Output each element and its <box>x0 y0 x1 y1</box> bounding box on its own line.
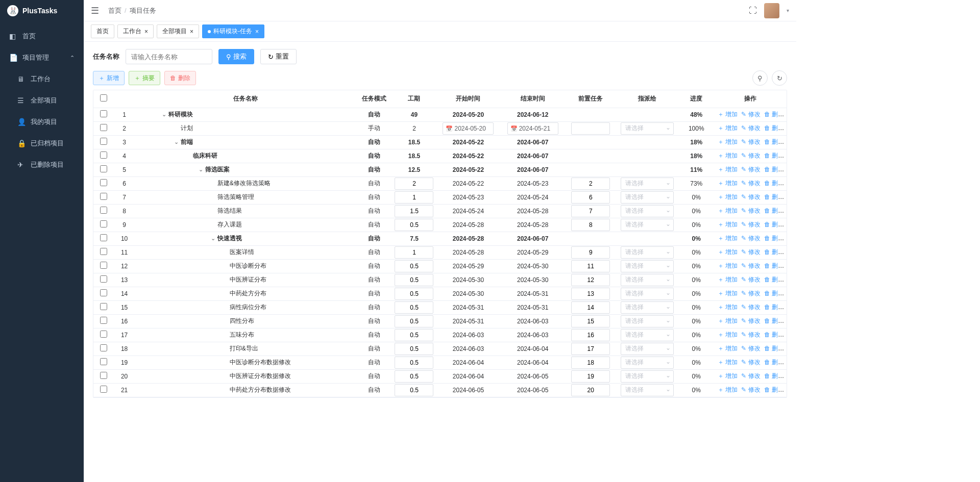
row-edit-button[interactable]: ✎ 修改 <box>741 180 760 187</box>
row-edit-button[interactable]: ✎ 修改 <box>741 248 760 256</box>
predecessor-input[interactable] <box>571 301 610 314</box>
refresh-tool-button[interactable]: ↻ <box>772 70 787 86</box>
delete-button[interactable]: 🗑删除 <box>164 71 196 85</box>
row-delete-button[interactable]: 🗑 删除 <box>764 180 784 187</box>
row-checkbox[interactable] <box>100 165 107 172</box>
assign-select[interactable]: 请选择 <box>621 357 674 369</box>
search-button[interactable]: ⚲搜索 <box>218 49 254 64</box>
row-add-button[interactable]: ＋ 增加 <box>718 221 738 228</box>
row-checkbox[interactable] <box>100 262 107 269</box>
row-delete-button[interactable]: 🗑 删除 <box>764 138 784 145</box>
close-icon[interactable]: × <box>190 28 193 35</box>
row-delete-button[interactable]: 🗑 删除 <box>764 345 784 352</box>
row-add-button[interactable]: ＋ 增加 <box>718 386 738 393</box>
duration-input[interactable] <box>395 274 433 286</box>
row-edit-button[interactable]: ✎ 修改 <box>741 372 760 379</box>
row-edit-button[interactable]: ✎ 修改 <box>741 124 760 132</box>
row-checkbox[interactable] <box>100 220 107 227</box>
row-edit-button[interactable]: ✎ 修改 <box>741 317 760 324</box>
row-checkbox[interactable] <box>100 248 107 255</box>
tab[interactable]: 工作台× <box>117 24 154 38</box>
predecessor-input[interactable] <box>571 315 610 327</box>
reset-button[interactable]: ↻重置 <box>260 49 297 64</box>
row-add-button[interactable]: ＋ 增加 <box>718 124 738 132</box>
sidebar-item[interactable]: 🔒已归档项目 <box>0 133 84 154</box>
row-edit-button[interactable]: ✎ 修改 <box>741 166 760 173</box>
predecessor-input[interactable] <box>571 288 610 300</box>
sidebar-item[interactable]: ☰全部项目 <box>0 90 84 111</box>
predecessor-input[interactable] <box>571 205 610 217</box>
chevron-down-icon[interactable]: ⌄ <box>161 111 167 118</box>
row-add-button[interactable]: ＋ 增加 <box>718 180 738 187</box>
row-checkbox[interactable] <box>100 124 107 131</box>
add-button[interactable]: ＋新增 <box>93 71 125 85</box>
row-edit-button[interactable]: ✎ 修改 <box>741 331 760 338</box>
row-add-button[interactable]: ＋ 增加 <box>718 235 738 242</box>
duration-input[interactable] <box>395 384 433 396</box>
avatar[interactable] <box>764 3 779 18</box>
collapse-icon[interactable]: ☰ <box>91 5 99 16</box>
row-edit-button[interactable]: ✎ 修改 <box>741 290 760 297</box>
predecessor-input[interactable] <box>571 219 610 231</box>
predecessor-input[interactable] <box>571 177 610 190</box>
row-checkbox[interactable] <box>100 138 107 145</box>
assign-select[interactable]: 请选择 <box>621 384 674 396</box>
row-edit-button[interactable]: ✎ 修改 <box>741 303 760 311</box>
row-add-button[interactable]: ＋ 增加 <box>718 111 738 118</box>
predecessor-input[interactable] <box>571 122 610 135</box>
sidebar-item[interactable]: 🖥工作台 <box>0 68 84 90</box>
sidebar-item-pm[interactable]: 📄 项目管理 ⌃ <box>0 47 84 68</box>
row-add-button[interactable]: ＋ 增加 <box>718 276 738 283</box>
row-delete-button[interactable]: 🗑 删除 <box>764 262 784 269</box>
row-checkbox[interactable] <box>100 344 107 351</box>
row-checkbox[interactable] <box>100 331 107 338</box>
sidebar-item-home[interactable]: ◧ 首页 <box>0 26 84 47</box>
search-tool-button[interactable]: ⚲ <box>752 70 768 86</box>
assign-select[interactable]: 请选择 <box>621 301 674 314</box>
assign-select[interactable]: 请选择 <box>621 205 674 217</box>
row-checkbox[interactable] <box>100 179 107 186</box>
abstract-button[interactable]: ＋摘要 <box>129 71 160 85</box>
duration-input[interactable] <box>395 288 433 300</box>
row-edit-button[interactable]: ✎ 修改 <box>741 111 760 118</box>
close-icon[interactable]: × <box>255 28 259 35</box>
caret-down-icon[interactable]: ▾ <box>787 8 789 13</box>
row-add-button[interactable]: ＋ 增加 <box>718 372 738 379</box>
chevron-down-icon[interactable]: ⌄ <box>174 139 180 145</box>
duration-input[interactable] <box>395 315 433 327</box>
row-checkbox[interactable] <box>100 193 107 200</box>
row-checkbox[interactable] <box>100 372 107 379</box>
row-delete-button[interactable]: 🗑 删除 <box>764 331 784 338</box>
row-delete-button[interactable]: 🗑 删除 <box>764 248 784 256</box>
assign-select[interactable]: 请选择 <box>621 260 674 272</box>
duration-input[interactable] <box>395 177 433 190</box>
predecessor-input[interactable] <box>571 357 610 369</box>
row-edit-button[interactable]: ✎ 修改 <box>741 235 760 242</box>
predecessor-input[interactable] <box>571 246 610 259</box>
task-name-input[interactable] <box>126 49 212 64</box>
duration-input[interactable] <box>395 219 433 231</box>
row-add-button[interactable]: ＋ 增加 <box>718 345 738 352</box>
row-checkbox[interactable] <box>100 275 107 283</box>
row-delete-button[interactable]: 🗑 删除 <box>764 276 784 283</box>
row-checkbox[interactable] <box>100 110 107 117</box>
row-delete-button[interactable]: 🗑 删除 <box>764 221 784 228</box>
row-checkbox[interactable] <box>100 386 107 393</box>
row-edit-button[interactable]: ✎ 修改 <box>741 207 760 214</box>
row-checkbox[interactable] <box>100 151 107 159</box>
row-checkbox[interactable] <box>100 303 107 310</box>
assign-select[interactable]: 请选择 <box>621 191 674 204</box>
assign-select[interactable]: 请选择 <box>621 274 674 286</box>
close-icon[interactable]: × <box>144 28 148 35</box>
check-all[interactable] <box>100 94 107 102</box>
chevron-down-icon[interactable]: ⌄ <box>210 235 216 242</box>
row-add-button[interactable]: ＋ 增加 <box>718 152 738 159</box>
duration-input[interactable] <box>395 260 433 272</box>
sidebar-item[interactable]: 👤我的项目 <box>0 111 84 133</box>
row-edit-button[interactable]: ✎ 修改 <box>741 262 760 269</box>
row-delete-button[interactable]: 🗑 删除 <box>764 111 784 118</box>
chevron-down-icon[interactable]: ⌄ <box>198 166 204 173</box>
row-delete-button[interactable]: 🗑 删除 <box>764 235 784 242</box>
breadcrumb-item[interactable]: 首页 <box>108 6 121 15</box>
row-add-button[interactable]: ＋ 增加 <box>718 166 738 173</box>
